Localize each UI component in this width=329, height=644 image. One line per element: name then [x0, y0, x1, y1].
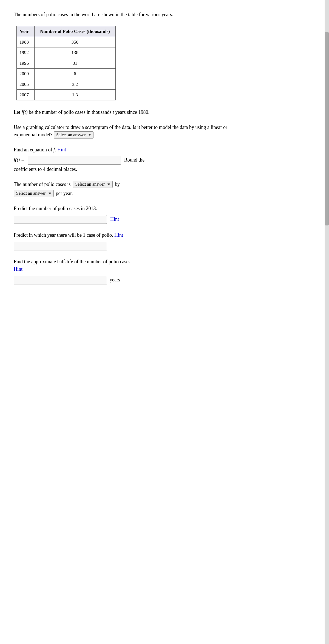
- question6-input-row: years: [14, 276, 233, 284]
- question2-text: Find an equation of f. Hint: [14, 146, 233, 154]
- func-notation: f(t): [22, 109, 28, 115]
- year-cell: 1996: [17, 58, 35, 69]
- dropdown-arrow-icon: [88, 134, 91, 136]
- table-row: 1988350: [17, 37, 116, 47]
- halflife-hint-link[interactable]: Hint: [14, 266, 22, 272]
- coefficients-note: coefficients to 4 decimal places.: [14, 166, 233, 173]
- rate-dropdown[interactable]: Select an answer: [14, 190, 54, 197]
- ft-equals-label: f(t) =: [14, 156, 24, 164]
- question2-section: Find an equation of f. Hint f(t) = Round…: [14, 146, 233, 173]
- cases-cell: 138: [35, 47, 116, 58]
- model-dropdown-wrapper: Select an answer: [54, 131, 94, 139]
- years-label: years: [110, 276, 120, 284]
- cases-cell: 3.2: [35, 79, 116, 90]
- year-cell: 1992: [17, 47, 35, 58]
- question3-section: The number of polio cases is Select an a…: [14, 181, 233, 197]
- question1-text: Use a graphing calculator to draw a scat…: [14, 124, 233, 139]
- question5-section: Predict in which year there will be 1 ca…: [14, 231, 233, 250]
- polio-cases-label: The number of polio cases is: [14, 181, 70, 188]
- col2-header: Number of Polio Cases (thousands): [35, 26, 116, 37]
- question3-row1: The number of polio cases is Select an a…: [14, 181, 233, 188]
- cases-cell: 1.3: [35, 90, 116, 100]
- year-cell: 2005: [17, 79, 35, 90]
- table-row: 1992138: [17, 47, 116, 58]
- predict-year-hint-link[interactable]: Hint: [114, 232, 123, 238]
- table-row: 20006: [17, 69, 116, 79]
- cases-cell: 350: [35, 37, 116, 47]
- var-t: t: [113, 109, 114, 115]
- predict-year-input[interactable]: [14, 242, 107, 250]
- cases-cell: 31: [35, 58, 116, 69]
- table-row: 20053.2: [17, 79, 116, 90]
- year-cell: 2000: [17, 69, 35, 79]
- question4-section: Predict the number of polio cases in 201…: [14, 205, 233, 224]
- question5-input-row: [14, 242, 233, 250]
- year-cell: 2007: [17, 90, 35, 100]
- question4-input-row: Hint: [14, 215, 233, 224]
- increasing-decreasing-dropdown[interactable]: Select an answer: [73, 181, 113, 188]
- cases-cell: 6: [35, 69, 116, 79]
- func-f: f: [53, 147, 55, 152]
- increasing-decreasing-label: Select an answer: [75, 182, 105, 187]
- question3-row2: Select an answer per year.: [14, 190, 233, 197]
- data-table: Year Number of Polio Cases (thousands) 1…: [16, 26, 116, 100]
- definition-section: Let f(t) be the number of polio cases in…: [14, 109, 233, 116]
- question1-section: Use a graphing calculator to draw a scat…: [14, 124, 233, 139]
- model-select-dropdown[interactable]: Select an answer: [54, 131, 94, 139]
- predict-2013-input[interactable]: [14, 215, 107, 224]
- question6-text: Find the approximate half-life of the nu…: [14, 258, 233, 273]
- intro-paragraph: The numbers of polio cases in the world …: [14, 11, 233, 18]
- halflife-input[interactable]: [14, 276, 107, 284]
- col1-header: Year: [17, 26, 35, 37]
- definition-text: Let f(t) be the number of polio cases in…: [14, 109, 233, 116]
- table-row: 199631: [17, 58, 116, 69]
- question5-text: Predict in which year there will be 1 ca…: [14, 231, 233, 239]
- dropdown-arrow-icon-3: [49, 193, 51, 194]
- by-label: by: [115, 181, 120, 188]
- per-year-label: per year.: [56, 190, 73, 197]
- dropdown-arrow-icon-2: [107, 183, 110, 185]
- question4-text: Predict the number of polio cases in 201…: [14, 205, 233, 212]
- round-the-label: Round the: [124, 156, 145, 164]
- intro-text: The numbers of polio cases in the world …: [14, 11, 233, 18]
- rate-dropdown-label: Select an answer: [16, 191, 46, 196]
- equation-line: f(t) = Round the: [14, 156, 233, 165]
- ft-equation-input[interactable]: [28, 156, 121, 165]
- equation-hint-link[interactable]: Hint: [57, 147, 66, 152]
- question6-section: Find the approximate half-life of the nu…: [14, 258, 233, 284]
- model-dropdown-label: Select an answer: [56, 132, 86, 137]
- table-row: 20071.3: [17, 90, 116, 100]
- year-cell: 1988: [17, 37, 35, 47]
- predict-2013-hint-link[interactable]: Hint: [110, 216, 119, 223]
